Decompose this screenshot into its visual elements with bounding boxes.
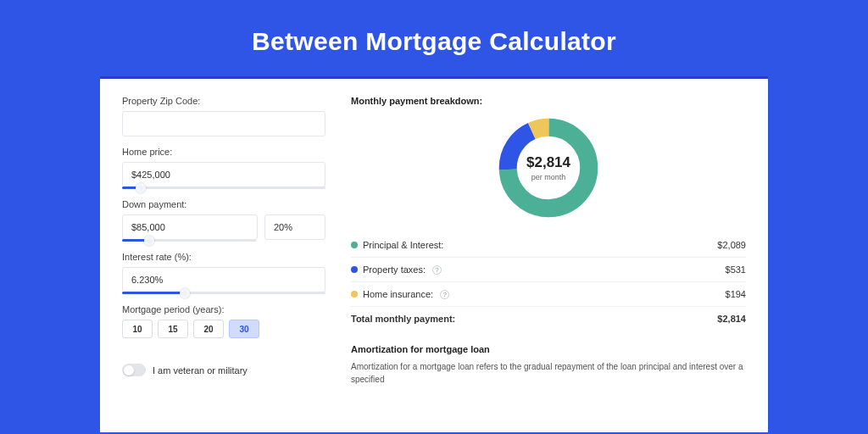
calculator-card: Property Zip Code: Home price: Down paym… (100, 76, 768, 432)
down-amount-input[interactable] (122, 214, 258, 240)
legend-label: Principal & Interest: (363, 240, 443, 250)
legend: Principal & Interest:$2,089Property taxe… (351, 233, 746, 331)
down-percent-input[interactable] (264, 214, 326, 240)
page-title: Between Mortgage Calculator (252, 27, 616, 56)
rate-input[interactable] (122, 267, 326, 292)
form-panel: Property Zip Code: Home price: Down paym… (122, 96, 326, 432)
veteran-toggle[interactable] (122, 364, 146, 376)
legend-dot (351, 242, 358, 248)
down-label: Down payment: (122, 199, 326, 209)
period-btn-20[interactable]: 20 (193, 320, 224, 338)
price-label: Home price: (122, 147, 326, 157)
amortization-title: Amortization for mortgage loan (351, 344, 746, 354)
price-slider[interactable] (122, 186, 326, 189)
zip-label: Property Zip Code: (122, 96, 326, 106)
rate-slider-fill (122, 292, 185, 294)
legend-label: Property taxes: (363, 264, 426, 275)
rate-slider-thumb[interactable] (180, 288, 190, 298)
breakdown-title: Monthly payment breakdown: (351, 96, 746, 106)
period-btn-15[interactable]: 15 (158, 320, 188, 338)
donut-center: $2,814 per month (495, 114, 602, 221)
price-input[interactable] (122, 162, 326, 187)
amortization-text: Amortization for a mortgage loan refers … (351, 361, 746, 386)
total-value: $2,814 (717, 314, 746, 324)
donut-amount: $2,814 (526, 154, 570, 171)
zip-input[interactable] (122, 111, 326, 136)
period-label: Mortgage period (years): (122, 304, 326, 314)
legend-dot (351, 291, 358, 298)
legend-row-total: Total monthly payment:$2,814 (351, 307, 746, 331)
field-rate: Interest rate (%): (122, 252, 326, 294)
period-btn-30[interactable]: 30 (229, 320, 259, 338)
field-veteran: I am veteran or military (122, 364, 326, 376)
legend-dot (351, 266, 358, 273)
field-price: Home price: (122, 147, 326, 189)
down-slider-thumb[interactable] (144, 236, 154, 246)
period-options: 10152030 (122, 320, 326, 338)
legend-value: $2,089 (717, 240, 746, 250)
legend-label: Home insurance: (363, 289, 433, 299)
donut-wrap: $2,814 per month (351, 114, 746, 221)
field-down: Down payment: (122, 199, 326, 242)
legend-row-pi: Principal & Interest:$2,089 (351, 233, 746, 258)
legend-row-ins: Home insurance:?$194 (351, 282, 746, 307)
veteran-label: I am veteran or military (153, 365, 248, 376)
rate-label: Interest rate (%): (122, 252, 326, 262)
donut-sub: per month (531, 173, 566, 181)
rate-slider[interactable] (122, 292, 326, 294)
legend-value: $194 (726, 289, 746, 299)
down-slider[interactable] (122, 239, 256, 242)
price-slider-thumb[interactable] (136, 183, 146, 193)
veteran-toggle-knob (124, 365, 134, 376)
field-zip: Property Zip Code: (122, 96, 326, 136)
breakdown-panel: Monthly payment breakdown: $2,814 per mo… (351, 96, 746, 432)
period-btn-10[interactable]: 10 (122, 320, 153, 338)
help-icon[interactable]: ? (432, 265, 442, 275)
legend-row-tax: Property taxes:?$531 (351, 258, 746, 282)
field-period: Mortgage period (years): 10152030 (122, 304, 326, 338)
donut-chart: $2,814 per month (495, 114, 602, 221)
legend-value: $531 (726, 264, 746, 275)
help-icon[interactable]: ? (440, 290, 449, 299)
total-label: Total monthly payment: (351, 314, 455, 324)
